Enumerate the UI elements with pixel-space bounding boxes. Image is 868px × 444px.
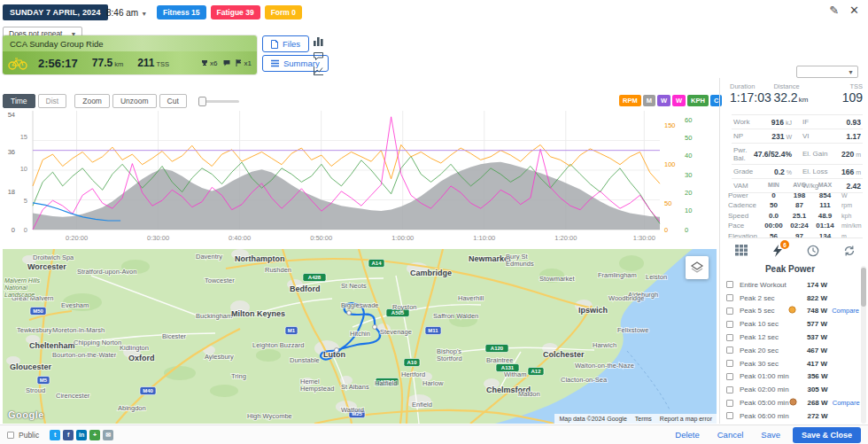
peak-label: Peak 30 sec [740,360,788,368]
panel-scrollbar[interactable] [861,266,866,424]
save-close-button[interactable]: Save & Close [793,427,861,443]
compare-link[interactable]: Compare [827,307,859,315]
linkedin-icon[interactable]: in [76,430,87,440]
scrollbar-thumb[interactable] [861,268,866,307]
files-label: Files [283,39,300,49]
peak-checkbox[interactable] [726,347,733,354]
workout-tss: 211 [137,57,154,69]
metric-badge-fitness[interactable]: Fitness 15 [157,5,206,19]
map-label-hitchin: Hitchin [350,330,370,338]
share-icon[interactable]: + [89,430,100,440]
map-label-gloucester: Gloucester [10,362,52,371]
map-label-leighton-buzzard: Leighton Buzzard [252,341,304,349]
slider-handle[interactable] [198,97,206,106]
stats-avg: 02:24 [787,222,812,230]
peak-checkbox[interactable] [726,308,733,315]
svg-text:A428: A428 [308,275,322,280]
channel-toggle-kph-4[interactable]: KPH [687,95,709,106]
map-label-colchester: Colchester [543,350,585,359]
channel-toggle-w-3[interactable]: W [672,95,686,106]
workout-graph[interactable]: 543618015105015010050060504030201000:20:… [3,107,717,247]
trend-icon[interactable] [314,66,323,75]
bar-chart-icon[interactable] [314,37,323,46]
compare-link[interactable]: Compare [828,399,860,407]
dist-toggle-button[interactable]: Dist [38,94,67,108]
metric-badge-form[interactable]: Form 0 [265,5,302,19]
peak-label: Peak 02:00 min [740,386,789,393]
map-terms-link[interactable]: Terms [635,416,652,422]
metric-unit: kJ [786,120,792,126]
unzoom-button[interactable]: Unzoom [112,94,157,108]
tab-refresh[interactable] [843,245,856,259]
stats-avg: 97 [787,232,812,240]
axis-tick: 36 [8,148,15,156]
map-label-walton-on-the-naze: Walton-on-the-Naze [575,362,634,370]
peak-checkbox[interactable] [726,281,733,288]
channel-toggle-rpm-0[interactable]: RPM [619,95,641,106]
peak-value: 748 W [798,307,827,315]
map-label-national: National [4,284,27,291]
email-icon[interactable]: ✉ [103,430,113,440]
metric-label: VI [802,132,810,140]
metric-value: 220m [841,150,861,159]
trophy-icon [788,306,798,315]
metric-value: 166m [841,167,861,176]
peak-checkbox[interactable] [726,373,733,380]
stats-name: Pace [728,222,761,230]
peak-checkbox[interactable] [726,321,733,328]
tab-grid[interactable] [735,245,748,259]
workout-card[interactable]: CCA Sunday Group Ride 2:56:17 77.5km 211… [3,35,257,74]
smoothing-slider[interactable] [198,100,239,103]
peak-value: 268 W [799,399,828,407]
cancel-link[interactable]: Cancel [717,430,744,440]
cut-button[interactable]: Cut [159,94,187,108]
stats-header-avg: AVG [787,182,812,188]
tab-time[interactable] [807,245,819,259]
facebook-icon[interactable]: f [63,430,74,440]
time-toggle-button[interactable]: Time [3,94,35,108]
metric-badge-fatigue[interactable]: Fatigue 39 [211,5,260,19]
peak-label: Entire Workout [740,281,788,289]
public-checkbox[interactable] [7,432,14,439]
map-label-oxford: Oxford [128,354,155,362]
map-layers-button[interactable] [686,256,709,279]
map-report-link[interactable]: Report a map error [660,416,712,422]
metric-if: IF0.93 [801,115,863,129]
close-icon[interactable]: ✕ [849,4,859,17]
channel-toggle-c-5[interactable]: C [710,95,722,106]
peak-checkbox[interactable] [726,334,733,341]
map-label-luton: Luton [323,350,345,359]
metric-label: El. Gain [802,150,827,158]
list-icon [271,59,279,67]
comment-icon[interactable] [314,52,323,60]
peak-checkbox[interactable] [726,400,733,407]
map-label-rushden: Rushden [265,266,291,274]
peak-row: Peak 12 sec537 W [726,331,859,344]
peak-checkbox[interactable] [726,360,733,367]
start-time-dropdown[interactable]: 8:46 am▼ [106,8,147,18]
share-icons: tfin+✉ [50,430,113,440]
peak-checkbox[interactable] [726,386,733,393]
stats-row-speed: Speed0.025.148.9kph [728,211,864,222]
map-label-bicester: Bicester [162,332,187,340]
save-link[interactable]: Save [761,430,780,440]
channel-toggles: RPMMWWKPHC [619,95,722,106]
map-label-aylesbury: Aylesbury [205,353,234,361]
edit-icon[interactable]: ✎ [829,4,839,17]
workout-duration: 2:56:17 [38,57,78,70]
tab-peaks[interactable]: 6 [771,245,783,259]
peak-value: 537 W [798,333,827,341]
panel-options-dropdown[interactable]: ▼ [796,66,858,78]
delete-link[interactable]: Delete [675,430,699,440]
svg-text:M5: M5 [40,378,48,383]
svg-text:A14: A14 [371,261,382,266]
channel-toggle-w-2[interactable]: W [657,95,670,106]
route-map[interactable]: M50M5M40M1M11M25A14A1(M)A10A505A120A131A… [3,249,717,424]
zoom-button[interactable]: Zoom [74,94,110,108]
twitter-icon[interactable]: t [50,430,60,440]
files-button[interactable]: Files [262,35,309,52]
channel-toggle-m-1[interactable]: M [643,95,655,106]
stats-min: 50 [761,201,787,209]
peak-checkbox[interactable] [726,412,733,419]
peak-checkbox[interactable] [726,294,733,301]
